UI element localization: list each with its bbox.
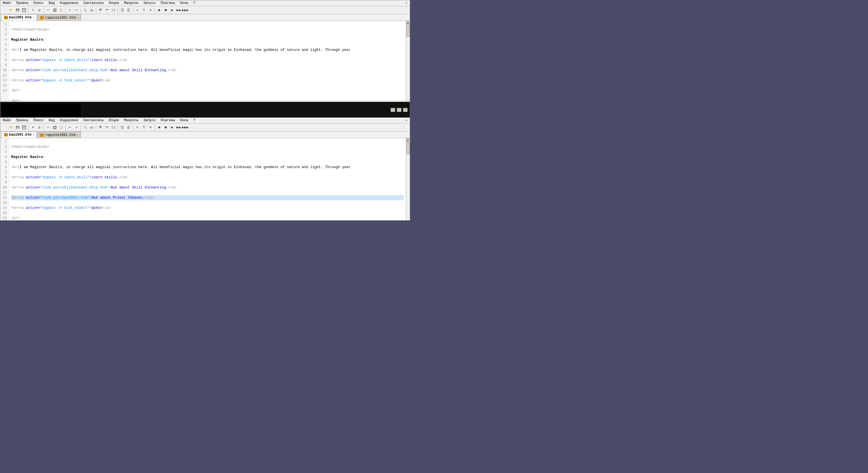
find-button-b[interactable]: 🔍 xyxy=(82,124,88,131)
scroll-thumb-bottom[interactable] xyxy=(406,143,410,154)
zoom-in-button[interactable] xyxy=(97,7,103,13)
menu-plugins-bottom[interactable]: Плагины xyxy=(160,118,176,123)
new-button-b[interactable]: 📄 xyxy=(1,124,8,131)
menu-edit[interactable]: Правка xyxy=(15,1,29,5)
code-text-bottom[interactable]: <html><head><body> Magister Baulro: <br>… xyxy=(9,138,406,221)
print-button[interactable]: 🖨 xyxy=(36,7,42,13)
save-button[interactable]: 💾 xyxy=(14,7,21,13)
menu-syntax-bottom[interactable]: Синтаксисы xyxy=(82,118,104,123)
outdent-b[interactable] xyxy=(126,124,132,131)
sync-button[interactable]: ⇅ xyxy=(147,7,154,13)
tab-close-top-1[interactable]: ✕ xyxy=(33,16,34,19)
menu-view[interactable]: Вид xyxy=(48,1,56,5)
menu-options-bottom[interactable]: Опции xyxy=(108,118,120,123)
play-b[interactable]: ▶ xyxy=(169,124,175,131)
sync-b[interactable]: ⇅ xyxy=(147,124,154,131)
play-macro-button[interactable]: ▶ xyxy=(169,7,175,13)
save-button-b[interactable]: 💾 xyxy=(14,124,21,131)
indent-b[interactable] xyxy=(119,124,125,131)
menu-help[interactable]: ? xyxy=(192,1,196,5)
open-button[interactable]: 📂 xyxy=(8,7,14,13)
show-all-b[interactable]: ¶ xyxy=(141,124,147,131)
menu-file-bottom[interactable]: Файл xyxy=(2,118,12,123)
tab-close-top-2[interactable]: ✕ xyxy=(76,16,79,20)
run2-b[interactable]: ▶▶▶ xyxy=(182,124,188,131)
show-all-button[interactable]: ¶ xyxy=(141,7,147,13)
cut-button[interactable]: ✂ xyxy=(45,7,51,13)
tab-rapunzel001-bottom[interactable]: h rapunzel001.htm ✕ xyxy=(37,132,81,138)
wrap-b[interactable]: ↵ xyxy=(134,124,141,131)
open-button-b[interactable]: 📂 xyxy=(8,124,14,131)
scroll-up-bottom[interactable]: ▲ xyxy=(406,138,410,142)
svg-rect-7 xyxy=(105,9,108,10)
menu-run[interactable]: Запуск xyxy=(143,1,156,5)
scrollbar-bottom[interactable]: ▲ ▼ xyxy=(406,138,410,221)
cut-button-b[interactable]: ✂ xyxy=(45,124,51,131)
close-file-button[interactable]: ✕ xyxy=(30,7,36,13)
menu-search[interactable]: Поиск xyxy=(33,1,44,5)
tab-baul001-bottom[interactable]: h baul001.htm ✕ xyxy=(1,132,37,138)
new-button[interactable]: 📄 xyxy=(1,7,8,13)
print-button-b[interactable]: 🖨 xyxy=(36,124,42,131)
copy-button-b[interactable] xyxy=(52,124,58,131)
menu-macros-bottom[interactable]: Макросы xyxy=(123,118,139,123)
menu-file[interactable]: Файл xyxy=(2,1,12,5)
save-all-button[interactable] xyxy=(21,7,27,13)
menu-macros[interactable]: Макросы xyxy=(123,1,139,5)
record-macro-button[interactable]: ⏺ xyxy=(156,7,162,13)
find-button[interactable]: 🔍 xyxy=(82,7,88,13)
run-macro-button[interactable]: ▶▶ xyxy=(176,7,182,13)
menu-view-bottom[interactable]: Вид xyxy=(48,118,56,123)
record-b[interactable]: ⏺ xyxy=(156,124,162,131)
toolbar-bottom: 📄 📂 💾 ✕ 🖨 ✂ 📋 ↩ ↪ 🔍 ab xyxy=(0,124,410,131)
stop-macro-button[interactable]: ⏹ xyxy=(163,7,169,13)
paste-button[interactable]: 📋 xyxy=(58,7,64,13)
save-all-button-b[interactable] xyxy=(21,124,27,131)
menu-help-bottom[interactable]: ? xyxy=(192,118,196,123)
wrap-button[interactable]: ↵ xyxy=(134,7,141,13)
tab-close-bottom-1[interactable]: ✕ xyxy=(33,133,34,136)
zoom-out-b[interactable] xyxy=(104,124,110,131)
paste-button-b[interactable]: 📋 xyxy=(58,124,64,131)
scroll-up-top[interactable]: ▲ xyxy=(406,21,410,25)
menu-run-bottom[interactable]: Запуск xyxy=(143,118,156,123)
undo-button-b[interactable]: ↩ xyxy=(67,124,73,131)
window-close-bottom[interactable]: ✕ xyxy=(404,118,408,123)
menu-plugins[interactable]: Плагины xyxy=(160,1,176,5)
restore-zoom-button[interactable]: 1:1 xyxy=(110,7,117,13)
menu-windows[interactable]: Окна xyxy=(179,1,189,5)
tab-close-bottom-2[interactable]: ✕ xyxy=(76,133,79,137)
redo-button[interactable]: ↪ xyxy=(73,7,80,13)
menu-encoding-bottom[interactable]: Кодировки xyxy=(59,118,79,123)
close-file-b[interactable]: ✕ xyxy=(30,124,36,131)
indent-button[interactable] xyxy=(119,7,125,13)
scroll-thumb-top[interactable] xyxy=(406,26,410,37)
redo-button-b[interactable]: ↪ xyxy=(73,124,80,131)
stop-b[interactable]: ⏹ xyxy=(163,124,169,131)
code-text-top[interactable]: <html><head><body> Magister Baulro: <br>… xyxy=(9,21,406,107)
tab-baul001-top[interactable]: h baul001.htm ✕ xyxy=(1,14,37,21)
minimize-button[interactable]: ─ xyxy=(391,108,395,112)
maximize-button[interactable]: □ xyxy=(397,108,401,112)
zoom-in-b[interactable] xyxy=(97,124,103,131)
run1-b[interactable]: ▶▶ xyxy=(176,124,182,131)
outdent-button[interactable] xyxy=(126,7,132,13)
menu-options[interactable]: Опции xyxy=(108,1,120,5)
window-close-top[interactable]: ✕ xyxy=(404,1,408,5)
zoom-out-button[interactable] xyxy=(104,7,110,13)
run-script-button[interactable]: ▶▶▶ xyxy=(182,7,188,13)
restore-zoom-b[interactable]: 1:1 xyxy=(110,124,117,131)
replace-button-b[interactable]: ab xyxy=(89,124,95,131)
menu-encoding[interactable]: Кодировки xyxy=(59,1,79,5)
menu-syntax[interactable]: Синтаксисы xyxy=(82,1,104,5)
copy-button[interactable] xyxy=(52,7,58,13)
tab-rapunzel001-top[interactable]: h rapunzel001.htm ✕ xyxy=(37,14,81,21)
menu-edit-bottom[interactable]: Правка xyxy=(15,118,29,123)
menu-search-bottom[interactable]: Поиск xyxy=(33,118,44,123)
undo-button[interactable]: ↩ xyxy=(67,7,73,13)
scrollbar-top[interactable]: ▲ ▼ xyxy=(406,21,410,107)
close-button[interactable]: ✕ xyxy=(403,108,408,112)
preview-bar: ─ □ ✕ xyxy=(0,102,410,117)
menu-windows-bottom[interactable]: Окна xyxy=(179,118,189,123)
replace-button[interactable]: ab xyxy=(89,7,95,13)
